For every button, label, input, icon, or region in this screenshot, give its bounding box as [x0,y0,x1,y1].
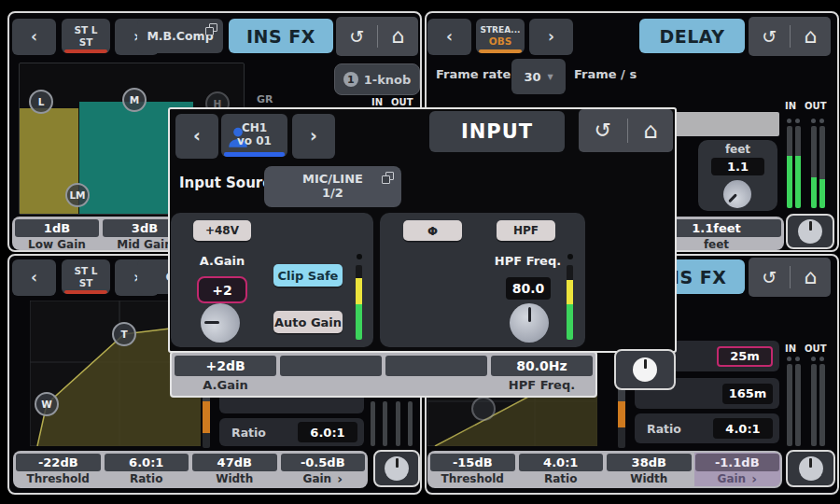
ratio-row[interactable]: Ratio 6.0:1 [219,418,364,446]
divider [790,25,791,47]
channel-color-bar [224,152,285,157]
auto-gain-button[interactable]: Auto Gain [273,311,343,333]
param-value[interactable]: 6.0:1 [105,454,189,471]
channel-select-button[interactable]: ST L ST [62,19,110,53]
modal-title: INPUT [429,111,565,152]
param-value[interactable]: 80.0Hz [491,356,593,376]
param-cell-again[interactable]: +2dB A.Gain [174,355,277,394]
touch-knob-button[interactable] [786,450,835,487]
ratio-value[interactable]: 4.0:1 [713,418,773,439]
prev-channel-button[interactable]: ‹ [175,114,218,159]
param-cell-2[interactable] [279,355,383,394]
param-value[interactable]: 47dB [192,454,277,471]
param-cell-width[interactable]: 38dB Width [606,453,693,486]
effect-select-button[interactable]: M.B.Comp [137,19,223,53]
param-label [279,377,383,394]
peak-led [811,357,816,361]
ratio-value[interactable]: 6.0:1 [298,422,357,442]
back-icon[interactable]: ↺ [349,28,364,46]
param-value[interactable]: 1dB [15,219,99,237]
side-meter [396,401,400,446]
clip-safe-button[interactable]: Clip Safe [273,264,343,287]
back-icon[interactable]: ↺ [595,120,611,141]
input-source-value2: 1/2 [322,187,343,201]
one-knob-button[interactable]: 1 1-knob [334,63,420,95]
ratio-row[interactable]: Ratio 4.0:1 [635,413,779,443]
knob-icon [799,456,823,481]
home-icon[interactable]: ⌂ [805,26,818,47]
param-cell-3[interactable] [385,355,488,394]
gr-label: GR [257,93,273,105]
home-icon[interactable]: ⌂ [805,267,818,287]
mixer-screen: ‹ ST L ST › M.B.Comp INS FX ↺ ⌂ L M H LM… [0,0,840,504]
param-value[interactable]: 38dB [607,454,692,471]
delay-unit-label: feet [698,143,777,156]
in-label: IN [371,97,383,107]
prev-channel-button[interactable]: ‹ [12,19,56,55]
param-label: Low Gain [14,238,100,251]
frame-rate-value: 30 [524,70,540,84]
again-meter [356,265,362,340]
delay-value[interactable]: 1.1 [711,158,764,175]
param-value[interactable] [280,356,382,376]
param-value[interactable]: +2dB [175,356,276,376]
phase-button[interactable]: Φ [403,220,462,241]
hpf-freq-knob[interactable] [510,303,549,343]
prev-channel-button[interactable]: ‹ [12,259,56,296]
frame-rate-dropdown[interactable]: 30 ▼ [511,59,566,94]
input-source-button[interactable]: MIC/LINE 1/2 [264,166,401,207]
next-channel-button[interactable]: › [529,19,573,55]
param-cell-low-gain[interactable]: 1dB Low Gain [14,218,100,248]
param-value[interactable]: -22dB [16,454,101,471]
param-cell-ratio[interactable]: 6.0:1 Ratio [104,453,190,486]
hpf-freq-value[interactable]: 80.0 [506,277,551,300]
param-value[interactable]: 4.0:1 [519,454,604,471]
fader-cap[interactable] [675,112,779,136]
copy-icon [209,23,217,32]
channel-select-button[interactable]: CH1 vo 01 [221,114,287,157]
param-cell-gain-selected[interactable]: -1.1dB Gain › [694,453,781,486]
back-icon[interactable]: ↺ [762,269,777,287]
channel-select-button[interactable]: ST L ST [62,259,110,294]
param-value[interactable] [385,356,487,376]
peak-led [357,254,362,259]
param-value[interactable]: -1.1dB [695,454,780,471]
delay-knob[interactable] [718,175,757,214]
param-cell-gain[interactable]: -0.5dB Gain › [280,453,367,486]
param-cell-hpf-freq[interactable]: 80.0Hz HPF Freq. [490,355,594,394]
next-channel-button[interactable]: › [292,114,335,159]
time-value[interactable]: 25m [717,346,773,367]
threshold-handle[interactable]: T [112,322,136,346]
low-band-handle[interactable]: L [29,90,53,114]
param-cell-width[interactable]: 47dB Width [191,453,278,486]
hpf-button[interactable]: HPF [497,220,555,241]
dropdown-arrow-icon: ▼ [547,73,553,81]
chevron-right-icon[interactable]: › [337,473,343,484]
channel-select-button[interactable]: STREA... OBS [476,19,525,53]
param-cell-threshold[interactable]: -15dB Threshold [429,453,516,486]
back-icon[interactable]: ↺ [762,28,777,46]
again-label: A.Gain [189,254,255,268]
chevron-right-icon[interactable]: › [751,473,757,484]
param-cell-threshold[interactable]: -22dB Threshold [15,453,102,486]
input-modal-body: ‹ CH1 vo 01 › INPUT ↺ ⌂ Input Source MIC… [168,107,677,353]
mid-band-handle[interactable]: M [122,88,147,112]
again-knob[interactable] [201,303,240,343]
param-value[interactable]: -0.5dB [281,454,366,471]
release-value[interactable]: 165m [722,384,773,404]
again-value[interactable]: +2 [197,276,247,303]
touch-knob-button[interactable] [373,450,420,487]
lowmid-crossover-handle[interactable]: LM [65,183,90,207]
out-label: OUT [805,343,826,354]
prev-channel-button[interactable]: ‹ [427,19,471,55]
nav-box: ↺ ⌂ [749,258,831,297]
phantom-48v-button[interactable]: +48V [193,220,251,241]
touch-knob-button[interactable] [614,349,676,390]
touch-knob-button[interactable] [786,214,834,249]
home-icon[interactable]: ⌂ [643,119,657,142]
home-icon[interactable]: ⌂ [392,26,405,47]
width-handle[interactable]: W [35,392,59,416]
peak-led [795,357,800,361]
param-cell-ratio[interactable]: 4.0:1 Ratio [518,453,605,486]
param-value[interactable]: -15dB [430,454,515,471]
